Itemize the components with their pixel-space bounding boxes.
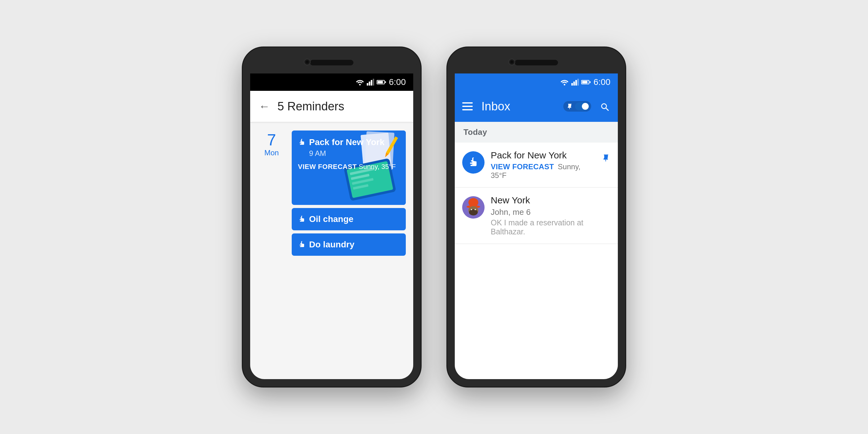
status-icons-1: 6:00 [355, 77, 406, 87]
reminder-title-1: Pack for New York [298, 137, 400, 147]
status-bar-2: 6:00 [455, 73, 618, 91]
status-time-1: 6:00 [389, 77, 406, 87]
back-button[interactable]: ← [259, 100, 270, 113]
phone-2: 6:00 Inbox [446, 46, 626, 388]
wifi-icon-2 [560, 79, 569, 86]
signal-icon-2 [571, 79, 579, 86]
svg-rect-20 [577, 79, 579, 86]
inbox-pin-icon [602, 151, 610, 163]
date-reminders-row: 7 Mon Pack for New [250, 122, 413, 261]
reminders-title: 5 Reminders [277, 100, 344, 113]
pin-icon [566, 103, 573, 110]
pin-toggle[interactable] [563, 101, 591, 112]
front-camera-2 [508, 59, 515, 65]
inbox-items-container: Pack for New York VIEW FORECAST Sunny, 3… [455, 143, 618, 379]
forecast-value-1: Sunny, 35°F [359, 163, 396, 170]
reminder-forecast-1: VIEW FORECAST Sunny, 35°F [298, 163, 400, 171]
status-icons-2: 6:00 [560, 77, 611, 87]
status-time-2: 6:00 [594, 77, 611, 87]
inbox-item-meta-2: John, me 6 [491, 207, 610, 217]
svg-rect-3 [371, 80, 372, 86]
status-bar-1: 6:00 [250, 73, 413, 91]
reminder-small-title-2: Oil change [298, 214, 353, 224]
speaker-grill-2 [515, 60, 558, 65]
reminder-item-laundry[interactable]: Do laundry [292, 234, 406, 256]
svg-point-23 [468, 198, 478, 207]
svg-rect-4 [373, 79, 374, 86]
inbox-item-forecast-row: VIEW FORECAST Sunny, 35°F [491, 162, 595, 180]
svg-point-27 [475, 209, 476, 210]
reminder-hand-icon-2 [298, 215, 306, 223]
inbox-item-preview-2: OK I made a reservation at Balthazar. [491, 218, 610, 236]
date-label: 7 Mon [258, 130, 285, 157]
inbox-item-title-2: New York [491, 195, 610, 206]
inbox-item-pack-ny[interactable]: Pack for New York VIEW FORECAST Sunny, 3… [455, 143, 618, 188]
svg-point-16 [564, 84, 565, 86]
battery-icon-2 [581, 80, 589, 84]
today-section-header: Today [455, 122, 618, 143]
hamburger-menu[interactable] [462, 102, 473, 111]
battery-icon [377, 80, 385, 84]
inbox-item-content-2: New York John, me 6 OK I made a reservat… [491, 195, 610, 236]
search-button[interactable] [600, 100, 610, 112]
inbox-app-bar: Inbox [455, 91, 618, 122]
date-day: Mon [265, 149, 279, 157]
reminder-hand-icon-1 [298, 138, 306, 146]
wifi-icon [355, 79, 364, 86]
inbox-avatar-new-york [462, 196, 485, 219]
inbox-avatar-pack-ny [462, 151, 485, 174]
inbox-title: Inbox [482, 100, 557, 113]
reminder-item-oil-change[interactable]: Oil change [292, 208, 406, 230]
signal-icon [367, 79, 374, 86]
date-number: 7 [267, 132, 276, 148]
inbox-item-new-york[interactable]: New York John, me 6 OK I made a reservat… [455, 188, 618, 244]
reminder-small-title-3: Do laundry [298, 240, 354, 250]
reminder-card-content-1: Pack for New York 9 AM VIEW FORECAST Sun… [292, 130, 406, 178]
phone-1: 6:00 ← 5 Reminders 7 Mon [242, 46, 422, 388]
inbox-item-content-1: Pack for New York VIEW FORECAST Sunny, 3… [491, 150, 595, 180]
forecast-label-1: VIEW FORECAST [298, 163, 357, 170]
reminder-time-1: 9 AM [298, 149, 400, 158]
front-camera [304, 59, 311, 65]
inbox-forecast-label-1: VIEW FORECAST [491, 162, 554, 171]
reminders-screen-content: 7 Mon Pack for New [250, 122, 413, 379]
toggle-switch[interactable] [575, 102, 589, 111]
reminders-app-bar: ← 5 Reminders [250, 91, 413, 122]
reminders-list: Pack for New York 9 AM VIEW FORECAST Sun… [292, 130, 406, 256]
reminder-text-1: Pack for New York [309, 137, 384, 147]
svg-rect-1 [367, 83, 368, 86]
svg-point-0 [359, 84, 361, 86]
inbox-item-title-1: Pack for New York [491, 150, 595, 161]
reminder-item-pack-ny[interactable]: Pack for New York 9 AM VIEW FORECAST Sun… [292, 130, 406, 205]
svg-rect-19 [576, 80, 577, 86]
speaker-grill [310, 60, 353, 65]
svg-point-26 [471, 209, 472, 210]
svg-point-25 [469, 209, 478, 215]
svg-rect-2 [369, 82, 370, 86]
reminder-text-3: Do laundry [309, 240, 354, 250]
svg-rect-18 [573, 82, 575, 86]
reminder-hand-icon-3 [298, 241, 306, 249]
svg-rect-17 [571, 83, 573, 86]
reminder-text-2: Oil change [309, 214, 353, 224]
